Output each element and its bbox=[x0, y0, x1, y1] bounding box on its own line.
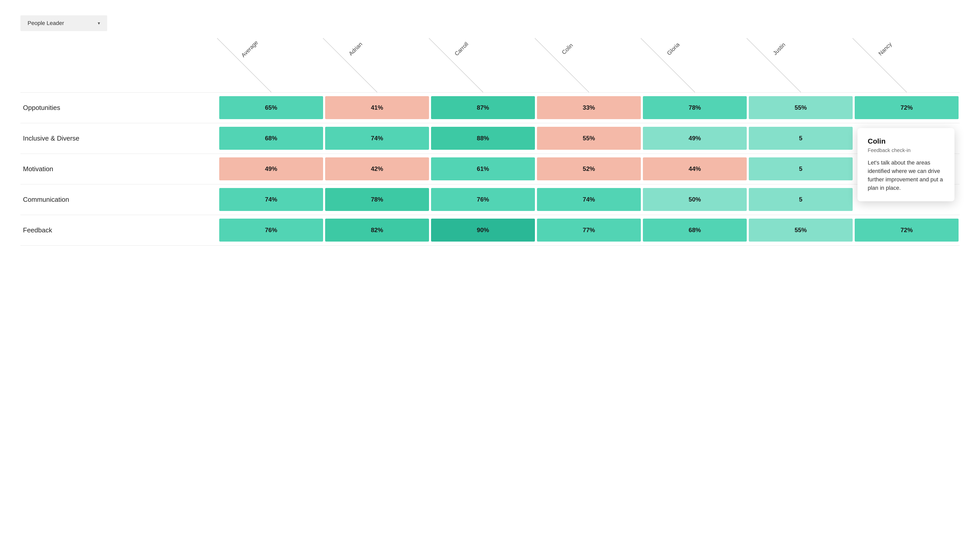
cell-4-5[interactable]: 55% bbox=[748, 215, 854, 245]
heatmap-table: AverageAdrianCarrollColinGloriaJustinNan… bbox=[21, 41, 959, 246]
col-header-gloria: Gloria bbox=[642, 41, 748, 92]
chevron-down-icon: ▾ bbox=[98, 21, 100, 26]
dropdown-label: People Leader bbox=[27, 20, 64, 27]
cell-4-4[interactable]: 68% bbox=[642, 215, 748, 245]
tooltip-subtitle: Feedback check-in bbox=[868, 148, 944, 153]
table-row: Oppotunities65%41%87%33%78%55%72% bbox=[21, 92, 959, 123]
row-label-0: Oppotunities bbox=[21, 92, 218, 123]
tooltip-body: Let's talk about the areas identified wh… bbox=[868, 159, 944, 192]
table-row: Inclusive & Diverse68%74%88%55%49%5 bbox=[21, 123, 959, 154]
empty-header bbox=[21, 41, 218, 92]
cell-2-4[interactable]: 44% bbox=[642, 154, 748, 184]
row-label-4: Feedback bbox=[21, 215, 218, 245]
header-row: AverageAdrianCarrollColinGloriaJustinNan… bbox=[21, 41, 959, 92]
table-header: AverageAdrianCarrollColinGloriaJustinNan… bbox=[21, 41, 959, 92]
cell-4-1[interactable]: 82% bbox=[324, 215, 430, 245]
col-header-adrian: Adrian bbox=[324, 41, 430, 92]
cell-2-2[interactable]: 61% bbox=[430, 154, 536, 184]
cell-2-1[interactable]: 42% bbox=[324, 154, 430, 184]
cell-3-4[interactable]: 50% bbox=[642, 184, 748, 215]
cell-2-3[interactable]: 52% bbox=[536, 154, 642, 184]
cell-2-5[interactable]: 5 bbox=[748, 154, 854, 184]
row-label-2: Motivation bbox=[21, 154, 218, 184]
col-header-nancy: Nancy bbox=[854, 41, 959, 92]
people-leader-dropdown[interactable]: People Leader ▾ bbox=[21, 15, 107, 31]
row-label-1: Inclusive & Diverse bbox=[21, 123, 218, 154]
cell-4-3[interactable]: 77% bbox=[536, 215, 642, 245]
cell-1-2[interactable]: 88% bbox=[430, 123, 536, 154]
cell-0-3[interactable]: 33% bbox=[536, 92, 642, 123]
cell-1-3[interactable]: 55% bbox=[536, 123, 642, 154]
cell-4-0[interactable]: 76% bbox=[218, 215, 324, 245]
table-row: Motivation49%42%61%52%44%5 bbox=[21, 154, 959, 184]
table-row: Feedback76%82%90%77%68%55%72% bbox=[21, 215, 959, 245]
cell-1-1[interactable]: 74% bbox=[324, 123, 430, 154]
cell-3-2[interactable]: 76% bbox=[430, 184, 536, 215]
cell-2-0[interactable]: 49% bbox=[218, 154, 324, 184]
cell-0-0[interactable]: 65% bbox=[218, 92, 324, 123]
cell-3-5[interactable]: 5 bbox=[748, 184, 854, 215]
cell-0-5[interactable]: 55% bbox=[748, 92, 854, 123]
cell-4-2[interactable]: 90% bbox=[430, 215, 536, 245]
tooltip-popup: Colin Feedback check-in Let's talk about… bbox=[858, 128, 955, 201]
cell-1-4[interactable]: 49% bbox=[642, 123, 748, 154]
cell-0-6[interactable]: 72% bbox=[854, 92, 959, 123]
col-header-average: Average bbox=[218, 41, 324, 92]
cell-0-4[interactable]: 78% bbox=[642, 92, 748, 123]
cell-1-0[interactable]: 68% bbox=[218, 123, 324, 154]
cell-3-3[interactable]: 74% bbox=[536, 184, 642, 215]
table-body: Oppotunities65%41%87%33%78%55%72%Inclusi… bbox=[21, 92, 959, 245]
tooltip-name: Colin bbox=[868, 137, 944, 145]
cell-4-6[interactable]: 72% bbox=[854, 215, 959, 245]
cell-1-5[interactable]: 5 bbox=[748, 123, 854, 154]
cell-0-2[interactable]: 87% bbox=[430, 92, 536, 123]
cell-3-0[interactable]: 74% bbox=[218, 184, 324, 215]
cell-3-1[interactable]: 78% bbox=[324, 184, 430, 215]
row-label-3: Communication bbox=[21, 184, 218, 215]
col-header-colin: Colin bbox=[536, 41, 642, 92]
col-header-carroll: Carroll bbox=[430, 41, 536, 92]
table-row: Communication74%78%76%74%50%5 bbox=[21, 184, 959, 215]
cell-0-1[interactable]: 41% bbox=[324, 92, 430, 123]
col-header-justin: Justin bbox=[748, 41, 854, 92]
heatmap-table-wrapper: AverageAdrianCarrollColinGloriaJustinNan… bbox=[21, 41, 959, 246]
